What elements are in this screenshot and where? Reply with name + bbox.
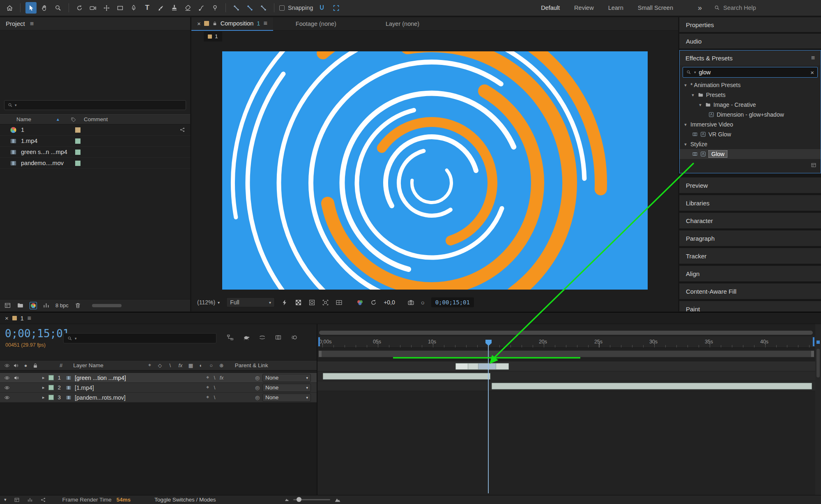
item-usage-icon[interactable] bbox=[179, 127, 185, 133]
tree-presets-folder[interactable]: ▾ Presets bbox=[680, 90, 821, 100]
frame-blend-switch-icon[interactable]: ▦ bbox=[187, 362, 194, 368]
composition-canvas[interactable] bbox=[222, 51, 648, 290]
hide-shy-layers-icon[interactable] bbox=[259, 334, 266, 341]
project-row-4[interactable]: pandemo....mov bbox=[0, 158, 190, 169]
joint-tool-icon-1[interactable] bbox=[231, 2, 242, 14]
tree-image-creative-folder[interactable]: ▾ Image - Creative bbox=[680, 100, 821, 110]
workspace-tab-default[interactable]: Default bbox=[541, 5, 560, 11]
tree-vr-glow[interactable]: VR Glow bbox=[680, 129, 821, 139]
layer-label-swatch[interactable] bbox=[48, 385, 54, 390]
effects-switch-icon[interactable]: fx bbox=[177, 363, 184, 368]
work-area-end-handle[interactable] bbox=[811, 351, 814, 357]
label-color-swatch[interactable] bbox=[75, 127, 80, 133]
lock-column-icon[interactable] bbox=[32, 363, 38, 368]
channel-show-icon[interactable] bbox=[356, 299, 363, 306]
adjustment-switch-icon[interactable]: ○ bbox=[208, 363, 215, 368]
project-row-1[interactable]: 1 bbox=[0, 124, 190, 136]
safe-margins-icon[interactable] bbox=[336, 299, 343, 306]
layer-name[interactable]: [pandem...rots.mov] bbox=[75, 394, 126, 401]
composition-mini-tab[interactable]: 1 bbox=[204, 32, 222, 41]
new-composition-icon[interactable] bbox=[30, 302, 37, 309]
layer-row-1-track[interactable] bbox=[317, 361, 815, 371]
anchor-switch-icon[interactable]: ⌖ bbox=[204, 384, 211, 391]
panel-content-aware-fill[interactable]: Content-Aware Fill bbox=[679, 283, 821, 299]
roto-brush-tool-icon[interactable] bbox=[196, 2, 207, 14]
label-column-icon[interactable] bbox=[71, 117, 76, 122]
zoom-out-mountain-icon[interactable] bbox=[285, 497, 289, 502]
layer-expand-chevron[interactable]: ▸ bbox=[42, 385, 45, 390]
tab-footage[interactable]: Footage (none) bbox=[296, 21, 336, 27]
playhead-line[interactable] bbox=[488, 345, 489, 493]
snap-bounds-icon[interactable] bbox=[331, 2, 342, 14]
effects-panel-header[interactable]: Effects & Presets ≡ bbox=[680, 51, 821, 65]
parent-dropdown[interactable]: None ▾ bbox=[262, 374, 311, 382]
trash-icon[interactable] bbox=[74, 302, 81, 309]
layer-audio-icon[interactable] bbox=[14, 375, 19, 381]
help-search-field[interactable]: Search Help bbox=[714, 5, 817, 11]
panel-tracker[interactable]: Tracker bbox=[679, 248, 821, 264]
layer-3-duration-bar[interactable] bbox=[492, 383, 812, 389]
parent-dropdown[interactable]: None ▾ bbox=[262, 394, 311, 402]
tree-stylize[interactable]: ▾ Stylize bbox=[680, 139, 821, 149]
composition-button-icon[interactable] bbox=[816, 341, 820, 344]
anchor-switch-icon[interactable]: ⌖ bbox=[204, 394, 211, 400]
zoom-in-mountain-icon[interactable] bbox=[334, 497, 341, 503]
panel-paint[interactable]: Paint bbox=[679, 301, 821, 311]
work-area-bar[interactable] bbox=[318, 350, 814, 357]
chevron-down-icon[interactable]: ▾ bbox=[690, 92, 695, 98]
project-horizontal-scrollbar[interactable] bbox=[92, 304, 122, 307]
layer-visibility-icon[interactable] bbox=[4, 375, 10, 381]
column-comment[interactable]: Comment bbox=[84, 116, 108, 122]
collapse-switch-icon[interactable]: ◇ bbox=[156, 362, 163, 368]
snapshot-camera-icon[interactable] bbox=[407, 299, 414, 306]
panel-character[interactable]: Character bbox=[679, 213, 821, 228]
layer-1-duration-bar[interactable] bbox=[455, 363, 509, 370]
panel-align[interactable]: Align bbox=[679, 266, 821, 281]
time-navigator-bar[interactable] bbox=[319, 331, 813, 335]
project-panel-header[interactable]: Project ≡ bbox=[0, 17, 190, 30]
viewer-timecode-field[interactable]: 0;00;15;01 bbox=[431, 297, 474, 307]
zoom-tool-icon[interactable] bbox=[53, 2, 64, 14]
project-row-3[interactable]: green s...n ...mp4 bbox=[0, 147, 190, 158]
exposure-value[interactable]: +0,0 bbox=[384, 299, 395, 306]
work-area-start-handle[interactable] bbox=[319, 351, 322, 357]
audio-column-icon[interactable] bbox=[13, 363, 19, 368]
parent-pickwhip-icon[interactable]: ◎ bbox=[254, 375, 261, 381]
frame-blending-icon[interactable] bbox=[275, 334, 282, 341]
layer-label-swatch[interactable] bbox=[48, 395, 54, 400]
panel-audio[interactable]: Audio bbox=[679, 34, 821, 48]
layer-visibility-icon[interactable] bbox=[4, 385, 10, 391]
close-tab-icon[interactable]: × bbox=[5, 315, 9, 321]
shape-tool-icon[interactable] bbox=[115, 2, 126, 14]
column-name[interactable]: Name bbox=[16, 116, 31, 122]
layer-label-swatch[interactable] bbox=[48, 375, 54, 380]
motion-blur-switch-icon[interactable]: ◐ bbox=[198, 363, 205, 368]
layer-row-2-left[interactable]: ▸ 2 [1.mp4] ⌖ \ fx ◎ None ▾ bbox=[0, 383, 317, 393]
snapping-checkbox[interactable] bbox=[279, 5, 285, 11]
meter-icon[interactable] bbox=[27, 497, 33, 503]
composition-mini-flowchart-icon[interactable] bbox=[227, 334, 234, 341]
timeline-zoom-slider[interactable] bbox=[293, 499, 330, 500]
toggle-switches-modes-button[interactable]: Toggle Switches / Modes bbox=[154, 497, 216, 503]
chevron-down-icon[interactable]: ▾ bbox=[698, 102, 703, 108]
tab-composition[interactable]: × Composition 1 ≡ bbox=[191, 17, 273, 31]
time-ruler[interactable]: 0:00s 05s 10s 20s 25s 30s 35s 40s bbox=[317, 336, 815, 348]
layer-expand-chevron[interactable]: ▸ bbox=[42, 375, 45, 380]
clear-search-icon[interactable]: × bbox=[810, 69, 814, 76]
panel-paragraph[interactable]: Paragraph bbox=[679, 230, 821, 246]
timeline-zoom-knob[interactable] bbox=[297, 497, 301, 502]
panel-libraries[interactable]: Libraries bbox=[679, 195, 821, 211]
chevron-down-icon[interactable]: ▾ bbox=[683, 83, 688, 88]
layer-row-1-left[interactable]: ▸ 1 [green ...tion ...mp4] ⌖ \ fx ◎ None… bbox=[0, 373, 317, 383]
color-depth-icon[interactable] bbox=[43, 302, 50, 309]
threed-switch-icon[interactable]: ⊕ bbox=[218, 362, 225, 368]
workspace-tab-small-screen[interactable]: Small Screen bbox=[638, 5, 673, 11]
panel-preview[interactable]: Preview bbox=[679, 177, 821, 193]
project-columns-header[interactable]: Name ▲ Comment bbox=[0, 114, 190, 124]
draft-3d-icon[interactable] bbox=[243, 334, 250, 341]
current-timecode[interactable]: 0;00;15;01 bbox=[5, 327, 69, 340]
panel-layout-icon[interactable] bbox=[14, 497, 20, 503]
tree-immersive-video[interactable]: ▾ Immersive Video bbox=[680, 120, 821, 129]
timeline-tab-label[interactable]: 1 bbox=[21, 315, 24, 322]
layer-name[interactable]: [green ...tion ...mp4] bbox=[75, 375, 126, 381]
